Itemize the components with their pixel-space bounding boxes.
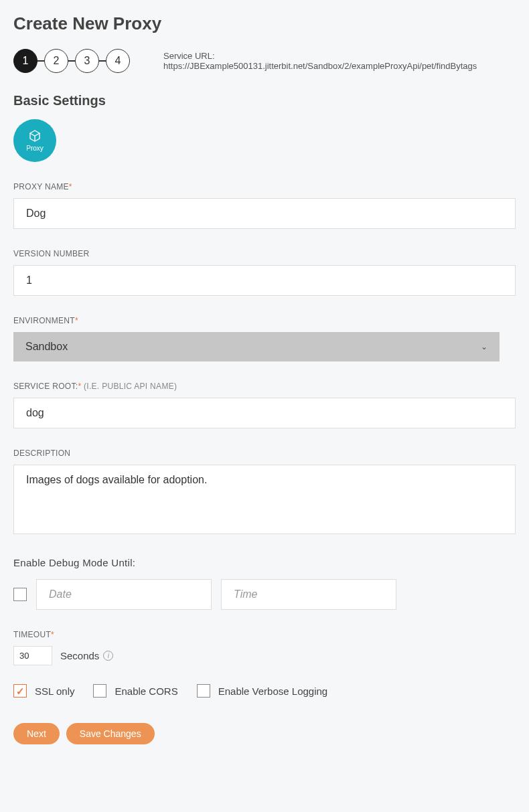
options-row: SSL only Enable CORS Enable Verbose Logg… [13, 684, 516, 698]
section-title: Basic Settings [13, 93, 516, 108]
field-timeout: TIMEOUT* Seconds i [13, 630, 516, 665]
cors-option[interactable]: Enable CORS [93, 684, 177, 698]
required-asterisk: * [69, 182, 72, 191]
service-url: Service URL: https://JBExample500131.jit… [163, 51, 516, 71]
step-connector [99, 60, 106, 62]
service-root-label-text: SERVICE ROOT: [13, 382, 78, 391]
field-description: DESCRIPTION [13, 449, 516, 537]
debug-date-input[interactable] [36, 579, 212, 610]
field-service-root: SERVICE ROOT:* (I.E. PUBLIC API NAME) [13, 382, 516, 428]
required-asterisk: * [51, 630, 54, 639]
field-debug: Enable Debug Mode Until: [13, 557, 516, 610]
timeout-label-text: TIMEOUT [13, 630, 51, 639]
field-version: VERSION NUMBER [13, 249, 516, 296]
proxy-circle-icon: Proxy [13, 119, 56, 162]
page-title: Create New Proxy [13, 13, 516, 34]
description-label: DESCRIPTION [13, 449, 516, 458]
step-connector [68, 60, 75, 62]
service-url-value: https://JBExample500131.jitterbit.net/Sa… [163, 61, 477, 71]
environment-label-text: ENVIRONMENT [13, 316, 75, 325]
service-root-input[interactable] [13, 398, 516, 428]
proxy-name-label: PROXY NAME* [13, 182, 516, 191]
cube-icon [27, 130, 43, 143]
step-4[interactable]: 4 [106, 49, 130, 73]
step-3[interactable]: 3 [75, 49, 99, 73]
header-row: 1 2 3 4 Service URL: https://JBExample50… [13, 49, 516, 73]
service-url-label: Service URL: [163, 51, 215, 61]
proxy-name-label-text: PROXY NAME [13, 182, 69, 191]
timeout-unit-text: Seconds [60, 650, 99, 661]
debug-label: Enable Debug Mode Until: [13, 557, 516, 568]
chevron-down-icon: ⌄ [481, 342, 487, 351]
cors-checkbox[interactable] [93, 684, 106, 698]
description-input[interactable] [13, 465, 516, 534]
environment-value: Sandbox [25, 341, 68, 353]
field-environment: ENVIRONMENT* Sandbox ⌄ [13, 316, 516, 361]
field-proxy-name: PROXY NAME* [13, 182, 516, 229]
step-2[interactable]: 2 [44, 49, 68, 73]
verbose-checkbox[interactable] [197, 684, 210, 698]
proxy-icon: Proxy [13, 119, 516, 162]
service-root-hint: (I.E. PUBLIC API NAME) [81, 382, 177, 391]
debug-checkbox[interactable] [13, 588, 27, 601]
timeout-input[interactable] [13, 646, 52, 665]
timeout-unit: Seconds i [60, 650, 113, 661]
button-row: Next Save Changes [13, 723, 516, 744]
environment-label: ENVIRONMENT* [13, 316, 516, 325]
svg-marker-0 [30, 131, 40, 136]
proxy-icon-label: Proxy [26, 145, 44, 152]
proxy-name-input[interactable] [13, 198, 516, 229]
verbose-label: Enable Verbose Logging [218, 685, 327, 697]
timeout-label: TIMEOUT* [13, 630, 516, 639]
required-asterisk: * [75, 316, 78, 325]
verbose-option[interactable]: Enable Verbose Logging [197, 684, 327, 698]
service-root-label: SERVICE ROOT:* (I.E. PUBLIC API NAME) [13, 382, 516, 391]
ssl-checkbox[interactable] [13, 684, 27, 698]
next-button[interactable]: Next [13, 723, 60, 744]
ssl-option[interactable]: SSL only [13, 684, 74, 698]
version-label: VERSION NUMBER [13, 249, 516, 258]
save-button[interactable]: Save Changes [66, 723, 155, 744]
ssl-label: SSL only [35, 685, 74, 697]
step-1[interactable]: 1 [13, 49, 37, 73]
step-connector [37, 60, 44, 62]
wizard-stepper: 1 2 3 4 [13, 49, 130, 73]
info-icon[interactable]: i [103, 651, 113, 661]
debug-time-input[interactable] [221, 579, 396, 610]
cors-label: Enable CORS [115, 685, 177, 697]
version-input[interactable] [13, 265, 516, 296]
environment-select[interactable]: Sandbox ⌄ [13, 332, 500, 361]
